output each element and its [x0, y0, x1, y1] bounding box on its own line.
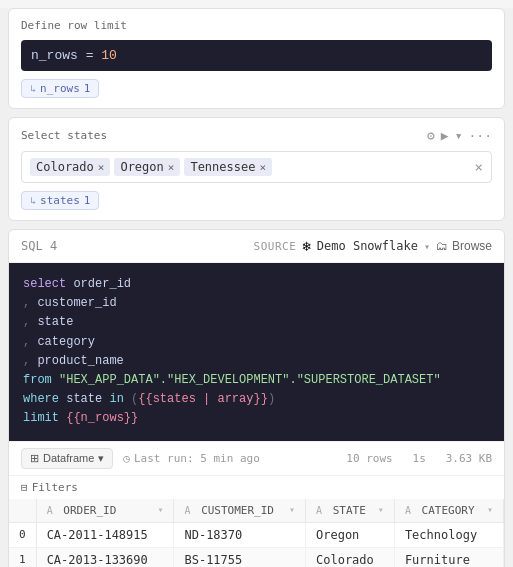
- duration: 1s: [413, 452, 426, 465]
- row-index-1: 1: [9, 547, 36, 567]
- var-tag-count: 1: [84, 82, 91, 95]
- col-sort-order-id[interactable]: ▾: [157, 504, 163, 515]
- select-states-header: Select states ⚙ ▶ ▾ ···: [21, 128, 492, 143]
- col-type-category: A: [405, 505, 411, 516]
- sql-footer: ⊞ Dataframe ▾ ◷ Last run: 5 min ago 10 r…: [9, 441, 504, 475]
- col-type-customer-id: A: [184, 505, 190, 516]
- tag-tennessee: Tennessee ×: [184, 158, 272, 176]
- col-type-order-id: A: [47, 505, 53, 516]
- snowflake-icon: ❄: [302, 238, 310, 254]
- col-header-category[interactable]: A CATEGORY ▾: [394, 499, 503, 523]
- sql-line-7: where state in ({{states | array}}): [23, 390, 490, 409]
- source-info: SOURCE ❄ Demo Snowflake ▾ 🗂 Browse: [254, 238, 492, 254]
- col-label-customer-id: CUSTOMER_ID: [201, 504, 274, 517]
- states-var-tag: ↳ states 1: [21, 191, 99, 210]
- states-tags-container[interactable]: Colorado × Oregon × Tennessee × ×: [21, 151, 492, 183]
- source-label: SOURCE: [254, 240, 297, 253]
- col-header-order-id[interactable]: A ORDER_ID ▾: [36, 499, 174, 523]
- tag-tennessee-label: Tennessee: [190, 160, 255, 174]
- code-number-value: 10: [101, 48, 117, 63]
- sql-line-6: from "HEX_APP_DATA"."HEX_DEVELOPMENT"."S…: [23, 371, 490, 390]
- cell-order-id-0: CA-2011-148915: [36, 522, 174, 547]
- gear-icon[interactable]: ⚙: [427, 128, 435, 143]
- cell-customer-id-1: BS-11755: [174, 547, 306, 567]
- row-limit-code: n_rows = 10: [21, 40, 492, 71]
- sql-header: SQL 4 SOURCE ❄ Demo Snowflake ▾ 🗂 Browse: [9, 230, 504, 263]
- var-tag-label: n_rows: [40, 82, 80, 95]
- tag-oregon-label: Oregon: [120, 160, 163, 174]
- table-row: 0 CA-2011-148915 ND-18370 Oregon Technol…: [9, 522, 504, 547]
- more-icon[interactable]: ···: [469, 128, 492, 143]
- col-sort-state[interactable]: ▾: [378, 504, 384, 515]
- code-var-name: n_rows: [31, 48, 78, 63]
- states-var-count: 1: [84, 194, 91, 207]
- sql-section: SQL 4 SOURCE ❄ Demo Snowflake ▾ 🗂 Browse…: [8, 229, 505, 567]
- tag-colorado-close[interactable]: ×: [98, 162, 105, 173]
- chevron-down-icon[interactable]: ▾: [455, 128, 463, 143]
- row-count: 10 rows: [346, 452, 392, 465]
- col-header-customer-id[interactable]: A CUSTOMER_ID ▾: [174, 499, 306, 523]
- dataframe-label: Dataframe: [43, 452, 94, 464]
- file-size: 3.63 KB: [446, 452, 492, 465]
- table-header-row: A ORDER_ID ▾ A CUSTOMER_ID ▾ A STATE ▾: [9, 499, 504, 523]
- define-row-limit-title: Define row limit: [21, 19, 492, 32]
- col-header-state[interactable]: A STATE ▾: [305, 499, 394, 523]
- define-row-limit-section: Define row limit n_rows = 10 ↳ n_rows 1: [8, 8, 505, 109]
- sql-line-4: , category: [23, 333, 490, 352]
- cell-state-0: Oregon: [305, 522, 394, 547]
- last-run-label: Last run: 5 min ago: [134, 452, 260, 465]
- select-states-actions: ⚙ ▶ ▾ ···: [427, 128, 492, 143]
- sql-line-2: , customer_id: [23, 294, 490, 313]
- select-states-section: Select states ⚙ ▶ ▾ ··· Colorado × Orego…: [8, 117, 505, 221]
- row-index-0: 0: [9, 522, 36, 547]
- table-index-header: [9, 499, 36, 523]
- cell-category-0: Technology: [394, 522, 503, 547]
- tag-tennessee-close[interactable]: ×: [259, 162, 266, 173]
- cell-state-1: Colorado: [305, 547, 394, 567]
- dataframe-dropdown-icon[interactable]: ▾: [98, 452, 104, 465]
- filter-icon: ⊟: [21, 481, 28, 494]
- sql-code-editor[interactable]: select order_id , customer_id , state , …: [9, 263, 504, 441]
- browse-label: Browse: [452, 239, 492, 253]
- col-label-order-id: ORDER_ID: [63, 504, 116, 517]
- col-label-category: CATEGORY: [422, 504, 475, 517]
- code-equals: =: [86, 48, 102, 63]
- filters-bar[interactable]: ⊟ Filters: [9, 475, 504, 499]
- data-table: A ORDER_ID ▾ A CUSTOMER_ID ▾ A STATE ▾: [9, 499, 504, 568]
- clock-icon: ◷: [123, 452, 130, 465]
- last-run-info: ◷ Last run: 5 min ago: [123, 452, 259, 465]
- tag-oregon-close[interactable]: ×: [168, 162, 175, 173]
- tag-colorado-label: Colorado: [36, 160, 94, 174]
- source-name: Demo Snowflake: [317, 239, 418, 253]
- cell-order-id-1: CA-2013-133690: [36, 547, 174, 567]
- col-sort-category[interactable]: ▾: [487, 504, 493, 515]
- clear-all-tags-icon[interactable]: ×: [475, 159, 483, 175]
- dataframe-button[interactable]: ⊞ Dataframe ▾: [21, 448, 113, 469]
- n-rows-var-tag: ↳ n_rows 1: [21, 79, 99, 98]
- filters-label: Filters: [32, 481, 78, 494]
- query-stats: 10 rows 1s 3.63 KB: [346, 452, 492, 465]
- sql-line-1: select order_id: [23, 275, 490, 294]
- browse-button[interactable]: 🗂 Browse: [436, 239, 492, 253]
- sql-line-5: , product_name: [23, 352, 490, 371]
- play-icon[interactable]: ▶: [441, 128, 449, 143]
- tag-oregon: Oregon ×: [114, 158, 180, 176]
- col-sort-customer-id[interactable]: ▾: [289, 504, 295, 515]
- table-icon: ⊞: [30, 452, 39, 465]
- sql-label: SQL 4: [21, 239, 57, 253]
- table-row: 1 CA-2013-133690 BS-11755 Colorado Furni…: [9, 547, 504, 567]
- states-var-label: states: [40, 194, 80, 207]
- col-type-state: A: [316, 505, 322, 516]
- browse-icon: 🗂: [436, 239, 448, 253]
- tag-colorado: Colorado ×: [30, 158, 110, 176]
- select-states-title: Select states: [21, 129, 107, 142]
- source-dropdown-icon[interactable]: ▾: [424, 241, 430, 252]
- cell-category-1: Furniture: [394, 547, 503, 567]
- cell-customer-id-0: ND-18370: [174, 522, 306, 547]
- states-return-arrow-icon: ↳: [30, 195, 36, 206]
- col-label-state: STATE: [333, 504, 366, 517]
- return-arrow-icon: ↳: [30, 83, 36, 94]
- sql-line-8: limit {{n_rows}}: [23, 409, 490, 428]
- sql-line-3: , state: [23, 313, 490, 332]
